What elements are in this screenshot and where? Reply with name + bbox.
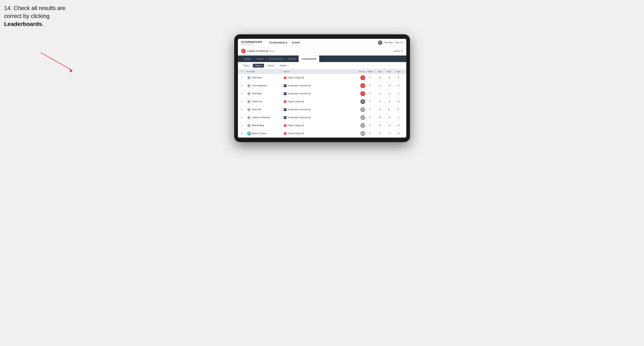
col-rd3: RD3 bbox=[394, 71, 403, 73]
team-icon-clippd: C bbox=[284, 100, 286, 103]
table-row: 2 👤 Chris Robertson Scoreboard Universit… bbox=[238, 82, 406, 90]
avatar: 👤 bbox=[247, 84, 251, 88]
logo-text: SCOREBOARD bbox=[241, 40, 262, 43]
table-header: # PLAYER TEAM TOTAL THRU RD1 RD2 RD3 bbox=[238, 69, 406, 74]
nav-right: T Test User | Sign out bbox=[378, 40, 403, 45]
player-cell: 👤 Cameron Robertson bbox=[247, 116, 284, 120]
nav-links: TOURNAMENTS TEAMS bbox=[269, 41, 373, 45]
team-icon-clippd: C bbox=[284, 132, 286, 135]
team-cell: C Clippd College [A] bbox=[284, 100, 351, 103]
score-badge: +6 bbox=[360, 115, 365, 120]
logo-sub: Powered by clippd bbox=[241, 43, 262, 45]
player-cell: MT Marcus Turners bbox=[247, 132, 284, 136]
leaderboard-table: # PLAYER TEAM TOTAL THRU RD1 RD2 RD3 1 👤 bbox=[238, 69, 406, 138]
score-badge: +11 bbox=[360, 131, 365, 136]
tablet-screen: SCOREBOARD Powered by clippd TOURNAMENTS… bbox=[238, 39, 406, 138]
team-icon-sb bbox=[284, 116, 286, 119]
player-cell: 👤 Rees Britt bbox=[247, 108, 284, 112]
score-badge: +9 bbox=[360, 123, 365, 128]
col-total: TOTAL bbox=[351, 71, 365, 73]
table-row: 5 👤 Rees Britt Scoreboard University [A] bbox=[238, 106, 406, 114]
tournament-icon: C bbox=[241, 49, 246, 53]
avatar: 👤 bbox=[247, 92, 251, 96]
team-cell: Scoreboard University [A] bbox=[284, 116, 351, 119]
tournament-title: Clippd Invitational bbox=[247, 49, 268, 52]
col-rd2: RD2 bbox=[385, 71, 394, 73]
col-rd1: RD1 bbox=[376, 71, 385, 73]
tab-course-setup[interactable]: Course Setup bbox=[266, 55, 286, 62]
avatar: 👤 bbox=[247, 76, 251, 80]
svg-line-0 bbox=[41, 53, 72, 70]
table-row: 3 👤 Rich Butler Scoreboard University [A… bbox=[238, 90, 406, 98]
filter-scores[interactable]: Scores bbox=[265, 64, 276, 68]
col-rank: # bbox=[241, 71, 247, 73]
tab-bar: Details Teams Course Setup Results Leade… bbox=[238, 55, 406, 62]
table-row: 1 👤 Elliot Ebert C Clippd College [A] -8 bbox=[238, 74, 406, 82]
filter-bar: Teams Players Scores Strokes bbox=[238, 62, 406, 69]
team-icon-clippd: C bbox=[284, 124, 286, 127]
tablet-device: SCOREBOARD Powered by clippd TOURNAMENTS… bbox=[234, 34, 410, 142]
instruction-container: 14. Check all results are correct by cli… bbox=[4, 4, 86, 28]
table-row: 8 MT Marcus Turners C Clippd College [A]… bbox=[238, 130, 406, 138]
filter-strokes[interactable]: Strokes bbox=[277, 64, 289, 68]
avatar: MT bbox=[247, 132, 251, 136]
player-cell: 👤 Chris Robertson bbox=[247, 84, 284, 88]
team-cell: C Clippd College [A] bbox=[284, 124, 351, 127]
table-row: 4 👤 David Ford C Clippd College [A] E bbox=[238, 98, 406, 106]
navbar: SCOREBOARD Powered by clippd TOURNAMENTS… bbox=[238, 39, 406, 47]
tournament-header: C Clippd Invitational (Men) Cancel ✕ bbox=[238, 47, 406, 55]
nav-tournaments[interactable]: TOURNAMENTS bbox=[269, 41, 287, 45]
team-icon-sb bbox=[284, 92, 286, 95]
filter-players[interactable]: Players bbox=[253, 64, 264, 68]
nav-user-text: Test User | bbox=[384, 41, 394, 44]
team-cell: Scoreboard University [A] bbox=[284, 92, 351, 95]
player-cell: 👤 Blair McHarg bbox=[247, 124, 284, 128]
avatar: 👤 bbox=[247, 108, 251, 112]
instruction-text: 14. Check all results are correct by cli… bbox=[4, 4, 82, 28]
avatar: 👤 bbox=[247, 100, 251, 104]
avatar: 👤 bbox=[247, 124, 251, 128]
arrow-annotation bbox=[37, 51, 78, 76]
team-cell: Scoreboard University [A] bbox=[284, 84, 351, 87]
score-badge: -8 bbox=[360, 75, 365, 80]
score-badge: E bbox=[360, 99, 365, 104]
player-cell: 👤 Elliot Ebert bbox=[247, 76, 284, 80]
tournament-subtitle: (Men) bbox=[269, 50, 275, 52]
logo-area: SCOREBOARD Powered by clippd bbox=[241, 40, 262, 45]
col-team: TEAM bbox=[284, 71, 351, 73]
team-cell: Scoreboard University [A] bbox=[284, 108, 351, 111]
team-icon-clippd: C bbox=[284, 76, 286, 79]
leaderboards-emphasis: Leaderboards. bbox=[4, 21, 44, 27]
team-cell: C Clippd College [A] bbox=[284, 76, 351, 79]
table-row: 7 👤 Blair McHarg C Clippd College [A] +9 bbox=[238, 122, 406, 130]
tab-teams[interactable]: Teams bbox=[254, 55, 266, 62]
tab-details[interactable]: Details bbox=[241, 55, 254, 62]
col-player: PLAYER bbox=[247, 71, 284, 73]
user-avatar: T bbox=[378, 40, 382, 45]
player-cell: 👤 David Ford bbox=[247, 100, 284, 104]
score-badge: -4 bbox=[360, 83, 365, 88]
table-row: 6 👤 Cameron Robertson Scoreboard Univers… bbox=[238, 114, 406, 122]
filter-teams[interactable]: Teams bbox=[241, 64, 252, 68]
nav-teams[interactable]: TEAMS bbox=[292, 41, 300, 45]
team-cell: C Clippd College [A] bbox=[284, 132, 351, 135]
close-icon: ✕ bbox=[401, 50, 403, 52]
avatar: 👤 bbox=[247, 116, 251, 120]
scene-wrapper: SCOREBOARD Powered by clippd TOURNAMENTS… bbox=[4, 34, 640, 142]
team-icon-sb bbox=[284, 108, 286, 111]
nav-signout[interactable]: Sign out bbox=[396, 41, 403, 44]
tab-leaderboards[interactable]: Leaderboards bbox=[298, 55, 319, 62]
cancel-button[interactable]: Cancel ✕ bbox=[393, 50, 403, 52]
team-icon-sb bbox=[284, 84, 286, 87]
player-cell: 👤 Rich Butler bbox=[247, 92, 284, 96]
score-badge: +1 bbox=[360, 107, 365, 112]
score-badge: -2 bbox=[360, 91, 365, 96]
col-thru: THRU bbox=[365, 71, 376, 73]
svg-marker-1 bbox=[70, 69, 72, 73]
tab-results[interactable]: Results bbox=[286, 55, 299, 62]
